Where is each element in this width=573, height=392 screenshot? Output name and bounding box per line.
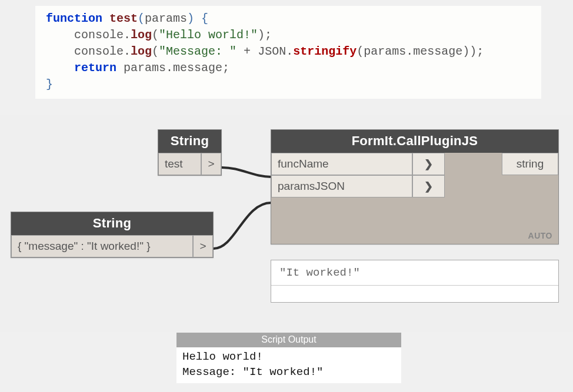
node-callpluginjs[interactable]: FormIt.CallPluginJS funcName ❯ string pa… <box>271 129 559 244</box>
output-port[interactable]: > <box>193 235 213 257</box>
input-port-paramsjson[interactable]: paramsJSON <box>271 175 412 197</box>
auto-tag: AUTO <box>528 231 552 240</box>
code-block: function test(params) { console.log("Hel… <box>35 6 541 99</box>
method-log: log <box>131 28 152 42</box>
node-header: String <box>158 130 221 153</box>
node-canvas[interactable]: String test > String { "message" : "It w… <box>0 115 573 332</box>
chevron-right-icon[interactable]: ❯ <box>412 153 445 175</box>
node-string-json[interactable]: String { "message" : "It worked!" } > <box>11 212 214 258</box>
input-port-funcname[interactable]: funcName <box>271 153 412 175</box>
string-value[interactable]: test <box>158 153 201 175</box>
result-empty-line <box>271 286 558 302</box>
result-preview: "It worked!" <box>271 260 559 303</box>
script-output-panel: Script Output Hello world! Message: "It … <box>176 333 401 383</box>
script-output-body: Hello world! Message: "It worked!" <box>176 347 401 383</box>
function-name: test <box>109 12 138 25</box>
string-value[interactable]: { "message" : "It worked!" } <box>11 235 193 257</box>
output-port[interactable]: > <box>201 153 221 175</box>
node-header: String <box>11 212 213 235</box>
script-output-title: Script Output <box>176 333 401 347</box>
node-string-test[interactable]: String test > <box>158 129 222 176</box>
output-type: string <box>502 153 558 175</box>
result-line: "It worked!" <box>271 260 558 286</box>
node-header: FormIt.CallPluginJS <box>271 130 558 153</box>
chevron-right-icon[interactable]: ❯ <box>412 175 445 197</box>
keyword-function: function <box>46 12 102 25</box>
